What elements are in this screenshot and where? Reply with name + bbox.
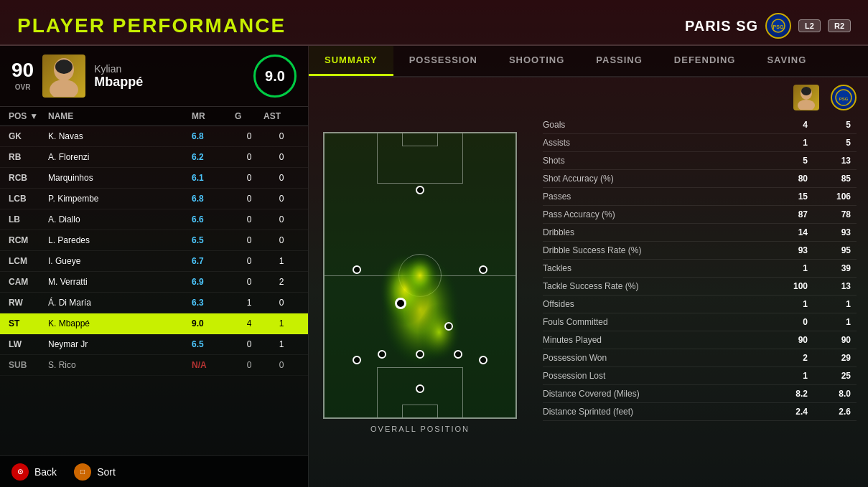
- heatmap-label: OVERALL POSITION: [370, 425, 470, 433]
- stat-row: Minutes Played 90 90: [543, 331, 857, 349]
- cell-pos: LCB: [9, 194, 48, 204]
- stat-val2: 5: [813, 138, 857, 148]
- table-row[interactable]: LCB P. Kimpembe 6.8 0 0: [0, 189, 308, 209]
- header: PLAYER PERFORMANCE PARIS SG PSG L2 R2: [0, 0, 868, 46]
- table-row[interactable]: RB A. Florenzi 6.2 0 0: [0, 147, 308, 168]
- cell-mr: 6.6: [192, 214, 235, 224]
- stat-val2: 85: [813, 174, 857, 184]
- table-row[interactable]: RW Á. Di María 6.3 1 0: [0, 293, 308, 313]
- match-rating-circle: 9.0: [253, 55, 297, 98]
- stat-name: Fouls Committed: [543, 317, 770, 327]
- bottom-bar: ⊙ Back □ Sort: [0, 455, 308, 487]
- table-row[interactable]: ST K. Mbappé 9.0 4 1: [0, 313, 308, 334]
- pos-header[interactable]: POS ▼: [9, 111, 48, 121]
- main-container: PLAYER PERFORMANCE PARIS SG PSG L2 R2 90…: [0, 0, 868, 487]
- cell-mr: 6.7: [192, 256, 235, 266]
- left-panel: 90 OVR Kylian Mbappé 9.0: [0, 46, 309, 487]
- g-header: G: [235, 111, 263, 121]
- back-button[interactable]: ⊙ Back: [11, 463, 57, 481]
- stat-val1: 93: [770, 245, 813, 255]
- stat-val1: 1: [770, 138, 813, 148]
- name-header: NAME: [48, 111, 192, 121]
- tab-possession[interactable]: POSSESSION: [393, 46, 493, 76]
- stat-row: Tackle Success Rate (%) 100 13: [543, 278, 857, 295]
- stat-row: Possession Lost 1 25: [543, 367, 857, 385]
- svg-point-11: [801, 87, 811, 95]
- svg-point-3: [50, 80, 78, 97]
- stat-val2: 1: [813, 299, 857, 309]
- stat-val2: 5: [813, 120, 857, 130]
- stat-name: Possession Lost: [543, 371, 770, 381]
- stat-val2: 95: [813, 245, 857, 255]
- stat-val1: 8.2: [770, 389, 813, 399]
- stat-name: Shots: [543, 156, 770, 166]
- stat-row: Passes 15 106: [543, 188, 857, 206]
- cell-pos: RW: [9, 298, 48, 308]
- table-row[interactable]: LB A. Diallo 6.6 0 0: [0, 209, 308, 230]
- stat-val2: 25: [813, 371, 857, 381]
- cell-ast: 0: [263, 214, 299, 224]
- page-title: PLAYER PERFORMANCE: [17, 14, 286, 37]
- player-photo: [42, 55, 85, 98]
- tab-saving[interactable]: SAVING: [751, 46, 822, 76]
- stat-val1: 1: [770, 299, 813, 309]
- l2-button[interactable]: L2: [798, 19, 821, 32]
- cell-ast: 0: [263, 360, 299, 370]
- cell-g: 0: [235, 194, 263, 204]
- cell-g: 0: [235, 173, 263, 183]
- overall-value: 90: [11, 60, 34, 80]
- stat-val2: 90: [813, 335, 857, 345]
- right-panel: SUMMARYPOSSESSIONSHOOTINGPASSINGDEFENDIN…: [309, 46, 868, 487]
- r2-button[interactable]: R2: [828, 19, 851, 32]
- table-row[interactable]: SUB S. Rico N/A 0 0: [0, 355, 308, 376]
- stat-row: Dribble Success Rate (%) 93 95: [543, 242, 857, 260]
- heatmap-area: OVERALL POSITION: [309, 77, 531, 487]
- field-dot-0: [416, 186, 424, 194]
- table-row[interactable]: CAM M. Verratti 6.9 0 2: [0, 272, 308, 293]
- stat-name: Offsides: [543, 299, 770, 309]
- cell-name: Á. Di María: [48, 298, 192, 308]
- tabs-bar: SUMMARYPOSSESSIONSHOOTINGPASSINGDEFENDIN…: [309, 46, 868, 77]
- stat-row: Assists 1 5: [543, 134, 857, 152]
- stat-name: Possession Won: [543, 353, 770, 363]
- table-row[interactable]: LW Neymar Jr 6.5 0 1: [0, 334, 308, 355]
- cell-pos: SUB: [9, 360, 48, 370]
- stat-row: Shots 5 13: [543, 152, 857, 170]
- field-dot-2: [479, 265, 487, 274]
- player-name-area: Kylian Mbappé: [94, 63, 245, 90]
- table-row[interactable]: RCM L. Paredes 6.5 0 0: [0, 230, 308, 251]
- field-goal-top: [402, 133, 438, 146]
- stat-row: Possession Won 2 29: [543, 349, 857, 367]
- svg-point-10: [798, 100, 815, 110]
- field-dot-6: [416, 350, 424, 359]
- stat-name: Distance Covered (Miles): [543, 389, 770, 399]
- stat-val1: 15: [770, 192, 813, 202]
- stat-val2: 93: [813, 227, 857, 237]
- tab-shooting[interactable]: SHOOTING: [493, 46, 580, 76]
- table-row[interactable]: RCB Marquinhos 6.1 0 0: [0, 168, 308, 189]
- stat-row: Dribbles 14 93: [543, 224, 857, 242]
- tab-defending[interactable]: DEFENDING: [658, 46, 752, 76]
- sort-button[interactable]: □ Sort: [74, 463, 116, 481]
- stat-val2: 39: [813, 263, 857, 273]
- stat-name: Assists: [543, 138, 770, 148]
- stat-val2: 78: [813, 209, 857, 219]
- stat-val2: 8.0: [813, 389, 857, 399]
- cell-g: 0: [235, 277, 263, 287]
- stat-name: Goals: [543, 120, 770, 130]
- cell-mr: 6.5: [192, 235, 235, 245]
- cell-name: S. Rico: [48, 360, 192, 370]
- cell-ast: 1: [263, 318, 299, 328]
- ast-header: AST: [263, 111, 299, 121]
- field-dot-7: [454, 350, 462, 359]
- stat-row: Goals 4 5: [543, 116, 857, 134]
- stat-val2: 29: [813, 353, 857, 363]
- pos-dropdown-arrow: ▼: [29, 111, 38, 121]
- tab-passing[interactable]: PASSING: [580, 46, 658, 76]
- table-row[interactable]: GK K. Navas 6.8 0 0: [0, 126, 308, 147]
- table-row[interactable]: LCM I. Gueye 6.7 0 1: [0, 251, 308, 272]
- tab-summary[interactable]: SUMMARY: [309, 46, 393, 76]
- field-dot-3: [395, 298, 406, 309]
- content-area: 90 OVR Kylian Mbappé 9.0: [0, 46, 868, 487]
- stat-val1: 14: [770, 227, 813, 237]
